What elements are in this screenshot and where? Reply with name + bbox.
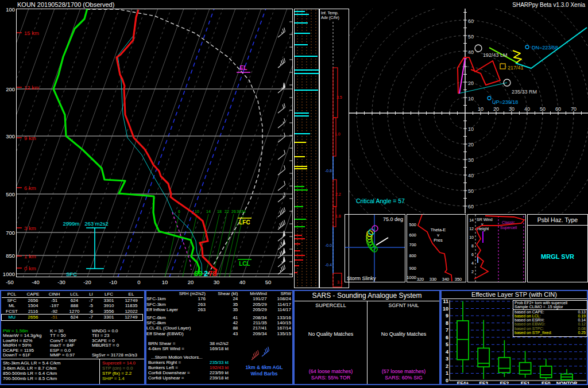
corfidi-down-label: DN=223/58 <box>532 45 558 51</box>
svg-text:500: 500 <box>6 191 15 197</box>
svg-text:20: 20 <box>493 106 499 112</box>
inflow-srh-label: 263 m2s2 <box>84 220 109 227</box>
wind-barb <box>278 83 285 93</box>
composite-indices: Supercell = 14.0 STP (cin) = 0.0 STP (fi… <box>102 360 136 381</box>
thermo-col3: WNDG = 0.0TEI = 23 3CAPE = 0MBURST = 0 <box>92 329 119 348</box>
sars-hail-loose: (57 loose matches) <box>368 368 440 374</box>
svg-text:-20: -20 <box>83 279 91 285</box>
stp-category-label: EF2 <box>500 381 509 384</box>
sars-hail-prob: SARS: 60% SIG <box>368 375 440 381</box>
wetbulb-trace <box>118 10 202 274</box>
sars-supercell-prob: SARS: 55% TOR <box>295 375 367 381</box>
svg-text:60: 60 <box>555 106 561 112</box>
temp-adv-title-2: Adv (C/hr) <box>321 15 339 20</box>
legend-row: based on STPC:0.08 <box>513 327 587 331</box>
corfidi-up-marker <box>488 96 491 100</box>
stp-title: Effective Layer STP (with CIN) <box>442 291 587 299</box>
svg-text:18: 18 <box>217 209 222 214</box>
stp-fix-index: STP (fix) = 2.2 <box>102 371 136 376</box>
svg-text:34: 34 <box>241 209 246 214</box>
svg-text:40: 40 <box>239 279 246 285</box>
boxplot-EF3 <box>478 320 489 379</box>
hodograph-plot[interactable]: 60 50 40 20 10 10 20 30 40 50 60 10 20 3… <box>349 9 588 214</box>
stp-y-tick: 11 <box>443 298 448 304</box>
corfidi-down-marker <box>525 45 529 49</box>
wind-barb <box>278 181 285 191</box>
svg-text:12: 12 <box>469 227 474 231</box>
thermo-panel: PCLCAPE CINHLCL LILFC EL SFC2656-51 624-… <box>0 290 145 385</box>
height-axis: 15 km 12 km 9 km 6 km 3 km 1 km 0 km <box>17 30 39 271</box>
stp-y-tick: 3 <box>446 356 448 362</box>
stp-category-label: EF4+ <box>457 381 469 384</box>
skewt-plot[interactable]: 100 200 300 500 700 850 1000 15 km 12 km… <box>0 0 294 290</box>
adv-value: 3.5 <box>336 95 342 99</box>
table-row: Eff Inflow Layer26335205/29114/17 <box>146 307 291 312</box>
wind-barb <box>262 347 269 356</box>
sars-supercell-loose: (64 loose matches) <box>295 368 367 374</box>
stp-legend: Prob EF2+ torn with supercell Sample CLI… <box>513 300 587 337</box>
svg-text:0 km: 0 km <box>24 265 36 271</box>
svg-text:40: 40 <box>524 106 530 112</box>
legend-row: based on CAPE:0.13 <box>513 310 587 314</box>
inset-gridlines <box>297 10 316 287</box>
surface-dewpoint-value: 69 <box>194 269 202 278</box>
corfidi-up-value: 239/18 kt <box>210 376 229 381</box>
surface-wetbulb-value: 2 <box>204 269 208 278</box>
sharppy-window: KOUN 20190528/1700 (Observed) SHARPpy Be… <box>0 0 588 388</box>
svg-text:30: 30 <box>237 209 241 214</box>
svg-text:900: 900 <box>409 266 416 271</box>
slinky-deg-label: 75.0 deg <box>383 216 403 222</box>
adv-value: -0.4 <box>325 263 332 267</box>
mean-wind-label: 217/41 <box>508 65 524 71</box>
critical-angle-label: Critical Angle = 57 <box>356 197 405 204</box>
stp-y-tick: 0 <box>446 378 448 383</box>
divider <box>99 359 100 384</box>
boxplot-EF2 <box>498 340 510 377</box>
boxplot-EF4+ <box>457 301 469 373</box>
adv-value: 1.8 <box>335 214 341 218</box>
svg-text:12 km: 12 km <box>24 84 39 91</box>
stp-y-tick: 2 <box>446 363 448 369</box>
thermo-col2: K = 30TT = 50 ConvT = 96FmaxT = 84F ESP … <box>50 329 76 358</box>
svg-text:SR Wind: SR Wind <box>477 218 493 222</box>
thetae-pressure-labels: 500 600 700 800 900 1000 <box>407 222 416 280</box>
stp-y-tick: 9 <box>446 313 448 319</box>
thetae-title: Theta-E v Pres <box>431 227 446 243</box>
svg-text:6: 6 <box>471 253 474 257</box>
stp-category-label: EF3 <box>479 381 488 384</box>
svg-text:9 km: 9 km <box>24 135 36 141</box>
slinky-rings <box>366 226 378 252</box>
svg-text:26: 26 <box>231 209 236 214</box>
lapse-rates: Sfc-3km AGL LR = 5.4 C/km3-6km AGL LR = … <box>3 360 60 381</box>
sars-hail-status[interactable]: No Quality Matches <box>368 331 440 337</box>
corfidi-up-label: Corfidi Upshear = <box>148 376 184 381</box>
stp-y-tick: 6 <box>446 335 448 340</box>
selected-parcel-row[interactable]: MU2656 -51624 -7330112749 <box>2 315 143 320</box>
svg-text:40: 40 <box>468 173 474 179</box>
thermo-col1: PW = 1.56inMeanW = 14.3g/kg LowRH = 82%M… <box>3 329 41 358</box>
parcel-table: PCLCAPE CINHLCL LILFC EL SFC2656-51 624-… <box>1 291 143 321</box>
adv-value: 1.0 <box>335 132 341 136</box>
legend-row: based on STP_fixed:0.25 <box>513 331 587 335</box>
svg-text:100: 100 <box>6 6 15 13</box>
svg-text:200: 200 <box>6 86 15 92</box>
sars-supercell-status[interactable]: No Quality Matches <box>295 331 367 337</box>
left-mover-marker <box>475 45 482 52</box>
divider <box>1 359 144 359</box>
svg-text:1000: 1000 <box>3 271 15 277</box>
svg-text:0: 0 <box>137 279 140 285</box>
svg-text:600: 600 <box>409 232 416 238</box>
slinky-title: Storm Slinky <box>347 276 376 281</box>
svg-text:500: 500 <box>409 222 416 227</box>
hazard-panel: Psbl Haz. Type MRGL SVR <box>527 214 588 282</box>
barb-caption-1: 1km & 6km AGL <box>238 364 290 370</box>
el-label: EL <box>240 65 247 71</box>
pressure-axis: 100 200 300 500 700 850 1000 <box>3 6 15 277</box>
wind-barb <box>278 133 285 142</box>
svg-text:1 km: 1 km <box>24 253 36 259</box>
svg-text:6 km: 6 km <box>24 185 36 191</box>
stp-y-tick: 5 <box>446 342 448 347</box>
stp-category-label: EF1 <box>521 381 530 384</box>
svg-text:14: 14 <box>206 209 211 214</box>
wind-barb <box>278 28 285 37</box>
